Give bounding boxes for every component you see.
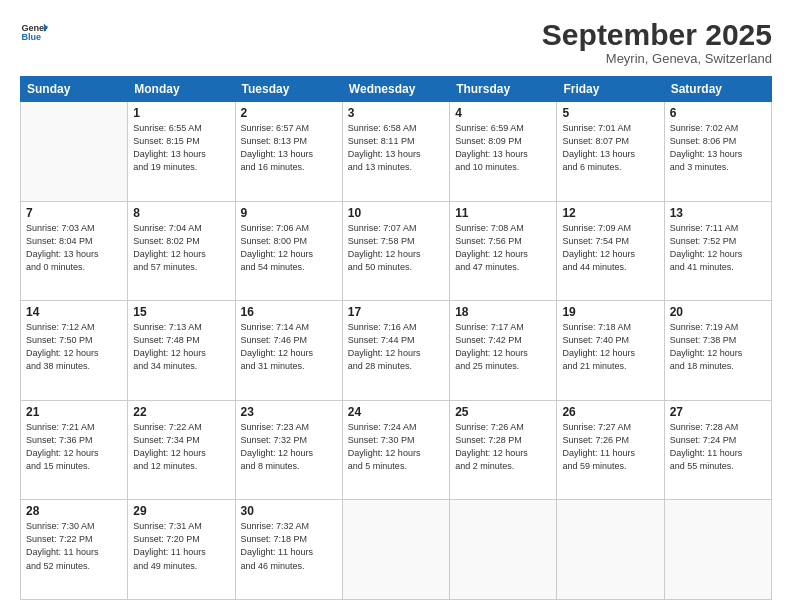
- day-cell: 27Sunrise: 7:28 AM Sunset: 7:24 PM Dayli…: [664, 400, 771, 500]
- day-info: Sunrise: 7:12 AM Sunset: 7:50 PM Dayligh…: [26, 321, 122, 373]
- day-info: Sunrise: 7:19 AM Sunset: 7:38 PM Dayligh…: [670, 321, 766, 373]
- day-info: Sunrise: 7:09 AM Sunset: 7:54 PM Dayligh…: [562, 222, 658, 274]
- day-number: 28: [26, 504, 122, 518]
- day-cell: 12Sunrise: 7:09 AM Sunset: 7:54 PM Dayli…: [557, 201, 664, 301]
- day-info: Sunrise: 6:58 AM Sunset: 8:11 PM Dayligh…: [348, 122, 444, 174]
- weekday-thursday: Thursday: [450, 77, 557, 102]
- day-cell: 1Sunrise: 6:55 AM Sunset: 8:15 PM Daylig…: [128, 102, 235, 202]
- day-number: 15: [133, 305, 229, 319]
- logo: General Blue: [20, 18, 48, 46]
- day-cell: 19Sunrise: 7:18 AM Sunset: 7:40 PM Dayli…: [557, 301, 664, 401]
- day-info: Sunrise: 7:17 AM Sunset: 7:42 PM Dayligh…: [455, 321, 551, 373]
- day-number: 26: [562, 405, 658, 419]
- day-number: 17: [348, 305, 444, 319]
- day-number: 19: [562, 305, 658, 319]
- day-info: Sunrise: 7:26 AM Sunset: 7:28 PM Dayligh…: [455, 421, 551, 473]
- day-info: Sunrise: 7:01 AM Sunset: 8:07 PM Dayligh…: [562, 122, 658, 174]
- weekday-wednesday: Wednesday: [342, 77, 449, 102]
- day-cell: 15Sunrise: 7:13 AM Sunset: 7:48 PM Dayli…: [128, 301, 235, 401]
- day-cell: 16Sunrise: 7:14 AM Sunset: 7:46 PM Dayli…: [235, 301, 342, 401]
- day-number: 10: [348, 206, 444, 220]
- day-number: 18: [455, 305, 551, 319]
- day-cell: 30Sunrise: 7:32 AM Sunset: 7:18 PM Dayli…: [235, 500, 342, 600]
- day-info: Sunrise: 7:06 AM Sunset: 8:00 PM Dayligh…: [241, 222, 337, 274]
- day-number: 1: [133, 106, 229, 120]
- day-cell: 25Sunrise: 7:26 AM Sunset: 7:28 PM Dayli…: [450, 400, 557, 500]
- day-number: 4: [455, 106, 551, 120]
- day-cell: 10Sunrise: 7:07 AM Sunset: 7:58 PM Dayli…: [342, 201, 449, 301]
- day-info: Sunrise: 7:21 AM Sunset: 7:36 PM Dayligh…: [26, 421, 122, 473]
- day-info: Sunrise: 7:32 AM Sunset: 7:18 PM Dayligh…: [241, 520, 337, 572]
- day-cell: 24Sunrise: 7:24 AM Sunset: 7:30 PM Dayli…: [342, 400, 449, 500]
- day-number: 2: [241, 106, 337, 120]
- day-cell: [664, 500, 771, 600]
- week-row-3: 14Sunrise: 7:12 AM Sunset: 7:50 PM Dayli…: [21, 301, 772, 401]
- weekday-saturday: Saturday: [664, 77, 771, 102]
- day-info: Sunrise: 7:11 AM Sunset: 7:52 PM Dayligh…: [670, 222, 766, 274]
- weekday-sunday: Sunday: [21, 77, 128, 102]
- day-cell: 17Sunrise: 7:16 AM Sunset: 7:44 PM Dayli…: [342, 301, 449, 401]
- day-cell: 6Sunrise: 7:02 AM Sunset: 8:06 PM Daylig…: [664, 102, 771, 202]
- day-number: 21: [26, 405, 122, 419]
- day-number: 5: [562, 106, 658, 120]
- day-cell: 8Sunrise: 7:04 AM Sunset: 8:02 PM Daylig…: [128, 201, 235, 301]
- day-number: 24: [348, 405, 444, 419]
- day-number: 9: [241, 206, 337, 220]
- day-number: 3: [348, 106, 444, 120]
- day-number: 6: [670, 106, 766, 120]
- day-info: Sunrise: 7:08 AM Sunset: 7:56 PM Dayligh…: [455, 222, 551, 274]
- day-info: Sunrise: 7:18 AM Sunset: 7:40 PM Dayligh…: [562, 321, 658, 373]
- day-cell: 29Sunrise: 7:31 AM Sunset: 7:20 PM Dayli…: [128, 500, 235, 600]
- day-cell: 13Sunrise: 7:11 AM Sunset: 7:52 PM Dayli…: [664, 201, 771, 301]
- day-info: Sunrise: 7:16 AM Sunset: 7:44 PM Dayligh…: [348, 321, 444, 373]
- day-info: Sunrise: 7:30 AM Sunset: 7:22 PM Dayligh…: [26, 520, 122, 572]
- header: General Blue September 2025 Meyrin, Gene…: [20, 18, 772, 66]
- calendar-table: SundayMondayTuesdayWednesdayThursdayFrid…: [20, 76, 772, 600]
- day-info: Sunrise: 7:13 AM Sunset: 7:48 PM Dayligh…: [133, 321, 229, 373]
- day-cell: 4Sunrise: 6:59 AM Sunset: 8:09 PM Daylig…: [450, 102, 557, 202]
- day-cell: 20Sunrise: 7:19 AM Sunset: 7:38 PM Dayli…: [664, 301, 771, 401]
- day-info: Sunrise: 7:14 AM Sunset: 7:46 PM Dayligh…: [241, 321, 337, 373]
- day-number: 23: [241, 405, 337, 419]
- day-number: 8: [133, 206, 229, 220]
- day-cell: [342, 500, 449, 600]
- day-info: Sunrise: 7:03 AM Sunset: 8:04 PM Dayligh…: [26, 222, 122, 274]
- title-block: September 2025 Meyrin, Geneva, Switzerla…: [542, 18, 772, 66]
- location: Meyrin, Geneva, Switzerland: [542, 51, 772, 66]
- day-number: 22: [133, 405, 229, 419]
- day-number: 13: [670, 206, 766, 220]
- week-row-1: 1Sunrise: 6:55 AM Sunset: 8:15 PM Daylig…: [21, 102, 772, 202]
- weekday-tuesday: Tuesday: [235, 77, 342, 102]
- day-number: 30: [241, 504, 337, 518]
- day-number: 27: [670, 405, 766, 419]
- day-info: Sunrise: 7:04 AM Sunset: 8:02 PM Dayligh…: [133, 222, 229, 274]
- calendar-page: General Blue September 2025 Meyrin, Gene…: [0, 0, 792, 612]
- day-cell: 5Sunrise: 7:01 AM Sunset: 8:07 PM Daylig…: [557, 102, 664, 202]
- week-row-5: 28Sunrise: 7:30 AM Sunset: 7:22 PM Dayli…: [21, 500, 772, 600]
- day-cell: [21, 102, 128, 202]
- logo-icon: General Blue: [20, 18, 48, 46]
- day-number: 12: [562, 206, 658, 220]
- day-cell: [450, 500, 557, 600]
- svg-text:Blue: Blue: [21, 32, 41, 42]
- day-cell: 3Sunrise: 6:58 AM Sunset: 8:11 PM Daylig…: [342, 102, 449, 202]
- weekday-monday: Monday: [128, 77, 235, 102]
- day-cell: 2Sunrise: 6:57 AM Sunset: 8:13 PM Daylig…: [235, 102, 342, 202]
- day-cell: 7Sunrise: 7:03 AM Sunset: 8:04 PM Daylig…: [21, 201, 128, 301]
- day-cell: 22Sunrise: 7:22 AM Sunset: 7:34 PM Dayli…: [128, 400, 235, 500]
- day-info: Sunrise: 7:23 AM Sunset: 7:32 PM Dayligh…: [241, 421, 337, 473]
- day-cell: 9Sunrise: 7:06 AM Sunset: 8:00 PM Daylig…: [235, 201, 342, 301]
- day-number: 11: [455, 206, 551, 220]
- day-cell: 28Sunrise: 7:30 AM Sunset: 7:22 PM Dayli…: [21, 500, 128, 600]
- day-cell: [557, 500, 664, 600]
- month-title: September 2025: [542, 18, 772, 51]
- day-number: 7: [26, 206, 122, 220]
- day-info: Sunrise: 6:55 AM Sunset: 8:15 PM Dayligh…: [133, 122, 229, 174]
- weekday-friday: Friday: [557, 77, 664, 102]
- day-info: Sunrise: 6:59 AM Sunset: 8:09 PM Dayligh…: [455, 122, 551, 174]
- day-cell: 21Sunrise: 7:21 AM Sunset: 7:36 PM Dayli…: [21, 400, 128, 500]
- day-number: 16: [241, 305, 337, 319]
- day-info: Sunrise: 7:28 AM Sunset: 7:24 PM Dayligh…: [670, 421, 766, 473]
- week-row-2: 7Sunrise: 7:03 AM Sunset: 8:04 PM Daylig…: [21, 201, 772, 301]
- day-number: 25: [455, 405, 551, 419]
